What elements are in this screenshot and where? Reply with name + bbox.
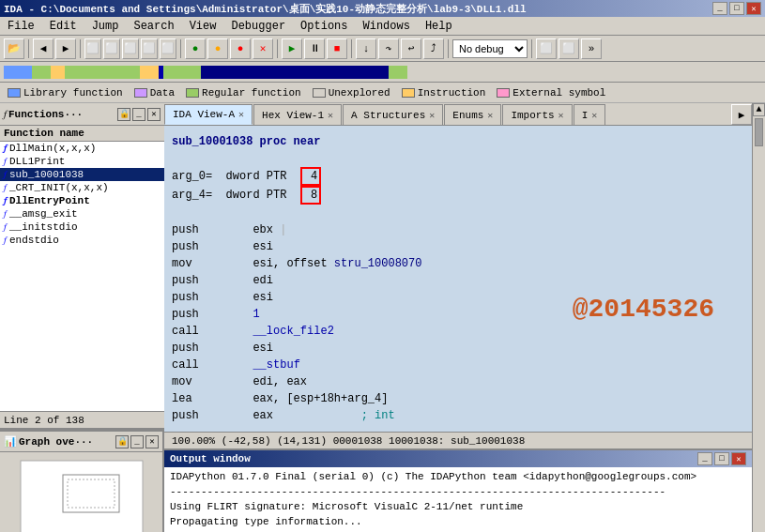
legend-data-label: Data bbox=[150, 87, 175, 99]
tab-ida-view-close[interactable]: ✕ bbox=[238, 109, 244, 120]
instr-call-stbuf: call __stbuf bbox=[172, 357, 744, 373]
toolbar-green[interactable]: ● bbox=[185, 38, 206, 59]
tab-structures-close[interactable]: ✕ bbox=[429, 110, 435, 121]
legend-data: Data bbox=[134, 87, 175, 99]
func-amsg-exit[interactable]: 𝑓 __amsg_exit bbox=[0, 207, 164, 220]
menu-file[interactable]: File bbox=[4, 20, 38, 33]
output-max-btn[interactable]: □ bbox=[714, 452, 729, 465]
output-line-1: Using FLIRT signature: Microsoft VisualC… bbox=[170, 499, 746, 514]
toolbar-step1[interactable]: ↓ bbox=[356, 38, 376, 59]
functions-min-btn[interactable]: _ bbox=[132, 108, 145, 121]
minimize-button[interactable]: _ bbox=[712, 2, 727, 15]
tab-enums[interactable]: Enums ✕ bbox=[444, 104, 501, 125]
instr-push-eax: push eax ; int bbox=[172, 407, 744, 424]
scrollbar-up[interactable]: ▲ bbox=[753, 103, 765, 116]
toolbar-x[interactable]: ✕ bbox=[252, 38, 273, 59]
toolbar-btn5[interactable]: ⬜ bbox=[122, 38, 139, 59]
graph-title: Graph ove··· bbox=[19, 436, 114, 448]
func-sub10001038[interactable]: 𝑓 sub_10001038 bbox=[0, 168, 164, 181]
toolbar-pause[interactable]: ⏸ bbox=[304, 38, 325, 59]
menu-debugger[interactable]: Debugger bbox=[227, 20, 289, 33]
menu-help[interactable]: Help bbox=[421, 20, 456, 33]
toolbar-step3[interactable]: ↩ bbox=[401, 38, 421, 59]
toolbar-btn3[interactable]: ⬜ bbox=[84, 38, 101, 59]
right-scrollbar[interactable]: ▲ ▼ bbox=[752, 103, 765, 532]
seg-btn bbox=[389, 66, 407, 79]
toolbar-play[interactable]: ▶ bbox=[282, 38, 302, 59]
toolbar-forward[interactable]: ▶ bbox=[55, 38, 76, 59]
toolbar-stop[interactable]: ■ bbox=[327, 38, 347, 59]
legend-library: Library function bbox=[8, 87, 123, 99]
toolbar-btn4[interactable]: ⬜ bbox=[103, 38, 120, 59]
toolbar-btn6[interactable]: ⬜ bbox=[141, 38, 158, 59]
menu-options[interactable]: Options bbox=[297, 20, 351, 33]
close-button[interactable]: ✕ bbox=[746, 2, 761, 15]
functions-close-btn[interactable]: ✕ bbox=[147, 108, 161, 121]
instr-push-ebx: push ebx | bbox=[172, 221, 744, 238]
scrollbar-track bbox=[753, 116, 765, 532]
toolbar-red[interactable]: ● bbox=[230, 38, 251, 59]
toolbar-yellow[interactable]: ● bbox=[207, 38, 228, 59]
func-crtinit[interactable]: 𝑓 _CRT_INIT(x,x,x) bbox=[0, 181, 164, 194]
legend-regular-color bbox=[186, 88, 199, 98]
output-line-sep: ----------------------------------------… bbox=[170, 484, 746, 499]
func-endstdio[interactable]: 𝑓 endstdio bbox=[0, 234, 164, 247]
func-dllmain[interactable]: 𝑓 DllMain(x,x,x) bbox=[0, 142, 164, 155]
functions-list[interactable]: 𝑓 DllMain(x,x,x) 𝑓 DLL1Print 𝑓 sub_10001… bbox=[0, 142, 164, 411]
arg4-value: 8 bbox=[300, 186, 321, 205]
func-dllentrypoint[interactable]: 𝑓 DllEntryPoint bbox=[0, 194, 164, 207]
tab-hex-view[interactable]: Hex View-1 ✕ bbox=[253, 104, 342, 125]
func-name-initstdio: __initstdio bbox=[9, 221, 78, 233]
legend-unexplored-color bbox=[313, 88, 326, 98]
code-view[interactable]: @20145326 sub_10001038 proc near arg_0= … bbox=[164, 126, 752, 432]
legend-bar: Library function Data Regular function U… bbox=[0, 83, 765, 103]
func-initstdio[interactable]: 𝑓 __initstdio bbox=[0, 220, 164, 234]
functions-icon: 𝑓 bbox=[4, 109, 7, 120]
menu-edit[interactable]: Edit bbox=[46, 20, 81, 33]
func-icon-endstdio: 𝑓 bbox=[4, 236, 7, 246]
tab-hex-view-close[interactable]: ✕ bbox=[328, 110, 333, 121]
toolbar-extra3[interactable]: » bbox=[581, 38, 602, 59]
menu-windows[interactable]: Windows bbox=[360, 20, 414, 33]
functions-panel: 𝑓 Functions··· 🔒 _ ✕ Function name 𝑓 Dll… bbox=[0, 103, 164, 430]
output-min-btn[interactable]: _ bbox=[697, 452, 712, 465]
output-close-btn[interactable]: ✕ bbox=[731, 452, 746, 465]
toolbar-back[interactable]: ◀ bbox=[33, 38, 54, 59]
tab-scroll-right[interactable]: ▶ bbox=[731, 104, 752, 125]
menu-view[interactable]: View bbox=[186, 20, 221, 33]
graph-min-btn[interactable]: _ bbox=[130, 435, 144, 448]
tab-extra[interactable]: I ✕ bbox=[574, 104, 606, 125]
toolbar-extra2[interactable]: ⬜ bbox=[558, 38, 579, 59]
blank-line2 bbox=[172, 205, 744, 221]
tab-enums-close[interactable]: ✕ bbox=[487, 110, 493, 121]
arg0-value: 4 bbox=[300, 167, 321, 186]
toolbar-open[interactable]: 📂 bbox=[4, 38, 24, 59]
seg-instr2 bbox=[140, 66, 159, 79]
func-name-crt: _CRT_INIT(x,x,x) bbox=[9, 182, 109, 193]
menu-jump[interactable]: Jump bbox=[88, 20, 123, 33]
tab-ida-view[interactable]: IDA View-A ✕ bbox=[164, 104, 252, 125]
func-name-dll1print: DLL1Print bbox=[9, 156, 65, 167]
tab-structures[interactable]: A Structures ✕ bbox=[343, 104, 443, 125]
graph-lock-btn[interactable]: 🔒 bbox=[115, 435, 129, 448]
toolbar-step4[interactable]: ⤴ bbox=[423, 38, 444, 59]
graph-close-btn[interactable]: ✕ bbox=[145, 435, 159, 448]
debug-dropdown[interactable]: No debug bbox=[452, 39, 528, 58]
tab-ida-view-label: IDA View-A bbox=[173, 109, 235, 120]
toolbar-btn7[interactable]: ⬜ bbox=[160, 38, 176, 59]
menu-search[interactable]: Search bbox=[130, 20, 177, 33]
address-input[interactable] bbox=[201, 66, 389, 79]
toolbar-extra1[interactable]: ⬜ bbox=[536, 38, 557, 59]
toolbar-step2[interactable]: ↷ bbox=[378, 38, 399, 59]
output-content[interactable]: IDAPython 01.7.0 Final (serial 0) (c) Th… bbox=[164, 467, 752, 532]
tab-imports[interactable]: Imports ✕ bbox=[502, 104, 572, 125]
tab-imports-close[interactable]: ✕ bbox=[558, 110, 564, 121]
func-dll1print[interactable]: 𝑓 DLL1Print bbox=[0, 155, 164, 168]
tab-extra-close[interactable]: ✕ bbox=[591, 110, 597, 121]
instr-mov-esi: mov esi, offset stru_10008070 bbox=[172, 255, 744, 272]
line-info-text: Line 2 of 138 bbox=[4, 415, 84, 426]
maximize-button[interactable]: □ bbox=[729, 2, 744, 15]
func-name-entry: DllEntryPoint bbox=[9, 195, 90, 206]
scrollbar-thumb[interactable] bbox=[755, 118, 763, 146]
functions-lock-btn[interactable]: 🔒 bbox=[117, 108, 130, 121]
